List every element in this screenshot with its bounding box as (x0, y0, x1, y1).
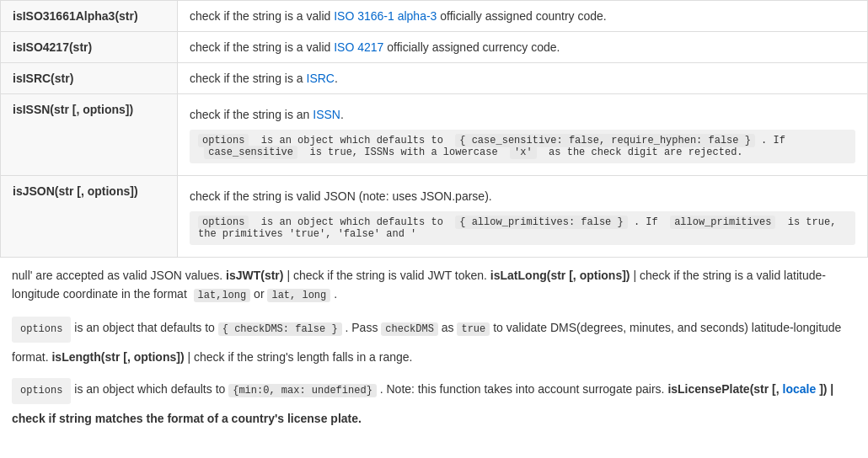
fn-name: isISO4217(str) (1, 32, 178, 63)
fn-name: isISRC(str) (1, 63, 178, 94)
format-code-1: lat,long (194, 289, 251, 302)
options-default-1: { checkDMS: false } (218, 322, 342, 336)
json-default-obj: { allow_primitives: false } (455, 216, 627, 229)
isjwt-desc: check if the string is valid JWT token. (293, 269, 487, 282)
iso3166-link[interactable]: ISO 3166-1 alpha-3 (334, 9, 437, 23)
fn-desc: check if the string is valid JSON (note:… (178, 176, 868, 258)
options-pass-text: . Pass (345, 321, 381, 334)
issn-main-desc: check if the string is an ISSN. (190, 103, 855, 123)
fn-desc: check if the string is a valid ISO 4217 … (178, 32, 868, 63)
checkdms-kw: checkDMS (381, 322, 438, 336)
flow-paragraph-2: options is an object that defaults to { … (12, 312, 856, 367)
locale-link[interactable]: locale (783, 382, 817, 396)
x-char: 'x' (510, 146, 537, 159)
fn-name: isISSN(str [, options]) (1, 94, 178, 176)
isrc-link[interactable]: ISRC (307, 72, 335, 85)
pipe-separator-4: | (830, 382, 833, 396)
pipe-separator: | (287, 269, 293, 282)
period: . (334, 287, 337, 301)
islength-fn: isLength(str [, options]) (51, 350, 184, 364)
fn-name: isISO31661Alpha3(str) (1, 1, 178, 32)
format-code-2: lat, long (267, 289, 330, 302)
table-row: isISO31661Alpha3(str) check if the strin… (1, 1, 868, 32)
options-desc-1: is an object that defaults to (74, 321, 217, 334)
api-table: isISO31661Alpha3(str) check if the strin… (0, 0, 868, 258)
options-desc-2: is an object which defaults to (74, 382, 228, 396)
options-inline-2: options (12, 378, 71, 404)
options-default-2: {min:0, max: undefined} (228, 384, 377, 397)
locale-kw: locale (783, 382, 817, 396)
as-text: as (442, 321, 458, 334)
pipe-separator-3: | (187, 350, 194, 364)
json-main-desc: check if the string is valid JSON (note:… (190, 184, 855, 205)
islatlong-fn: isLatLong(str [, options]) (490, 269, 630, 282)
table-row: isISRC(str) check if the string is a ISR… (1, 63, 868, 94)
json-options-block: options is an object which defaults to {… (190, 211, 855, 245)
pipe-separator-2: | (633, 269, 640, 282)
or-text: or (254, 287, 267, 301)
issn-default-obj: { case_sensitive: false, require_hyphen:… (455, 134, 755, 147)
flow-text: null' are accepted as valid JSON values.… (0, 258, 868, 444)
table-row: isISSN(str [, options]) check if the str… (1, 94, 868, 176)
flow-paragraph-3: options is an object which defaults to {… (12, 373, 856, 429)
islength-desc: check if the string's length falls in a … (194, 350, 412, 364)
issn-link[interactable]: ISSN (313, 108, 340, 121)
fn-desc: check if the string is an ISSN. options … (178, 94, 868, 176)
islicenseplate-bracket: ]) (819, 382, 827, 396)
isjwt-fn: isJWT(str) (226, 269, 283, 282)
iso4217-link[interactable]: ISO 4217 (334, 40, 383, 54)
options-note: . Note: this function takes into account… (380, 382, 665, 396)
table-row: isISO4217(str) check if the string is a … (1, 32, 868, 63)
flow-paragraph-1: null' are accepted as valid JSON values.… (12, 266, 856, 305)
fn-desc: check if the string is a ISRC. (178, 63, 868, 94)
islicenseplate-desc: check if string matches the format of a … (12, 412, 362, 425)
case-sensitive-kw: case_sensitive (204, 146, 297, 159)
allow-primitives-kw: allow_primitives (670, 216, 775, 229)
table-row: isJSON(str [, options]) check if the str… (1, 176, 868, 258)
fn-desc: check if the string is a valid ISO 3166-… (178, 1, 868, 32)
fn-name: isJSON(str [, options]) (1, 176, 178, 258)
options-inline-1: options (12, 317, 71, 343)
issn-options-block: options is an object which defaults to {… (190, 130, 855, 163)
options-keyword-json: options (198, 216, 249, 229)
null-text: null' are accepted as valid JSON values. (12, 269, 222, 282)
true-kw: true (457, 322, 490, 336)
